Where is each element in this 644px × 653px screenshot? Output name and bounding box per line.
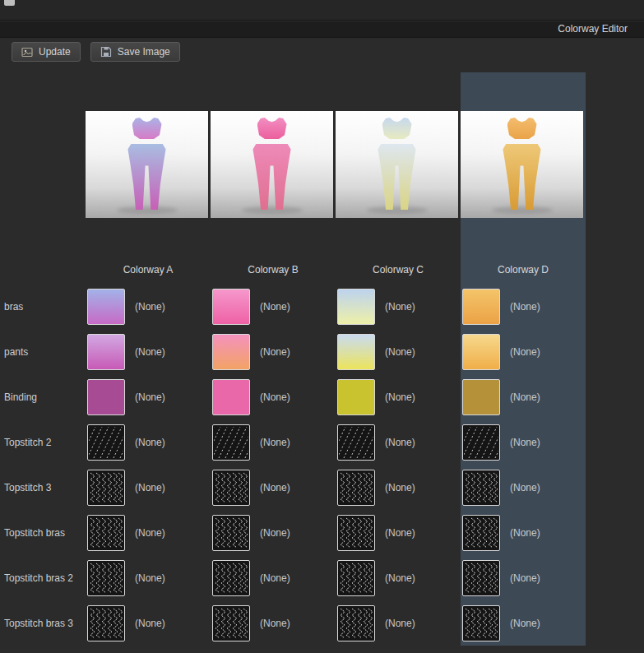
colorway-b-thumbnail[interactable]	[211, 111, 333, 218]
color-swatch[interactable]	[87, 379, 125, 415]
cell-binding-d: (None)	[461, 374, 586, 419]
stitch-swatch[interactable]	[212, 605, 250, 641]
cell-binding-c: (None)	[336, 374, 461, 419]
cell-topstitch-bras3-c: (None)	[336, 600, 461, 646]
row-label-binding: Binding	[0, 374, 86, 419]
cell-topstitch-bras-c: (None)	[336, 510, 461, 555]
colorway-d-header[interactable]: Colorway D	[461, 218, 586, 284]
colorway-c-header[interactable]: Colorway C	[336, 218, 461, 284]
bra-garment	[507, 118, 537, 139]
stitch-swatch[interactable]	[337, 424, 375, 461]
stitch-swatch[interactable]	[462, 424, 500, 461]
colorway-b-header[interactable]: Colorway B	[211, 218, 336, 284]
colorway-column-c: Colorway C (None) (None) (None) (None) (…	[336, 72, 461, 646]
texture-value: (None)	[260, 301, 290, 313]
cell-pants-d: (None)	[461, 329, 586, 374]
column-top-spacer	[86, 72, 211, 111]
texture-value: (None)	[260, 391, 290, 403]
cell-topstitch3-d: (None)	[461, 465, 586, 510]
stitch-swatch[interactable]	[462, 560, 500, 596]
row-label-pants: pants	[0, 329, 86, 374]
column-top-spacer	[211, 72, 336, 111]
texture-value: (None)	[260, 618, 290, 629]
labels-spacer	[0, 72, 86, 284]
stitch-swatch[interactable]	[337, 560, 375, 596]
colorway-column-d: Colorway D (None) (None) (None) (None) (…	[461, 72, 586, 646]
pants-garment	[253, 144, 292, 210]
cell-pants-a: (None)	[86, 329, 211, 374]
stitch-swatch[interactable]	[462, 470, 500, 506]
stitch-swatch[interactable]	[87, 424, 125, 461]
zigzag-stitch-icon	[339, 608, 373, 639]
color-swatch[interactable]	[337, 289, 375, 325]
pants-garment	[503, 144, 542, 210]
stitch-swatch[interactable]	[212, 560, 250, 596]
panel-titlebar: Colorway Editor	[0, 20, 644, 38]
stitch-swatch[interactable]	[337, 470, 375, 506]
texture-value: (None)	[385, 482, 415, 493]
texture-value: (None)	[385, 618, 415, 629]
colorway-a-thumbnail[interactable]	[86, 111, 208, 218]
diagonal-stitch-icon	[464, 427, 498, 458]
stitch-swatch[interactable]	[337, 515, 375, 551]
row-label-topstitch-bras-2: Topstitch bras 2	[0, 555, 86, 600]
color-swatch[interactable]	[462, 334, 500, 370]
color-swatch[interactable]	[87, 334, 125, 370]
color-swatch[interactable]	[212, 379, 250, 415]
save-image-button[interactable]: Save Image	[90, 42, 180, 62]
color-swatch[interactable]	[87, 289, 125, 325]
column-top-spacer	[336, 72, 461, 111]
cell-topstitch-bras2-d: (None)	[461, 555, 586, 600]
cell-binding-b: (None)	[211, 374, 336, 419]
cell-pants-b: (None)	[211, 329, 336, 374]
texture-value: (None)	[260, 527, 290, 539]
pants-garment	[127, 144, 167, 210]
texture-value: (None)	[135, 618, 165, 629]
colorway-c-thumbnail[interactable]	[336, 111, 458, 218]
garment-shadow	[242, 206, 303, 214]
stitch-swatch[interactable]	[87, 605, 125, 641]
stitch-swatch[interactable]	[212, 424, 250, 461]
zigzag-stitch-icon	[89, 517, 123, 549]
texture-value: (None)	[385, 391, 415, 403]
texture-value: (None)	[385, 437, 415, 448]
cell-topstitch2-c: (None)	[336, 419, 461, 465]
color-swatch[interactable]	[212, 334, 250, 370]
stitch-swatch[interactable]	[87, 560, 125, 596]
row-label-topstitch-2: Topstitch 2	[0, 419, 86, 465]
texture-value: (None)	[510, 346, 540, 358]
diagonal-stitch-icon	[214, 427, 248, 458]
row-label-topstitch-bras: Topstitch bras	[0, 510, 86, 555]
stitch-swatch[interactable]	[212, 515, 250, 551]
colorway-d-thumbnail[interactable]	[461, 111, 583, 218]
color-swatch[interactable]	[462, 289, 500, 325]
cell-bras-b: (None)	[211, 284, 336, 329]
zigzag-stitch-icon	[464, 472, 498, 503]
bra-garment	[132, 118, 162, 139]
stitch-swatch[interactable]	[212, 470, 250, 506]
stitch-swatch[interactable]	[87, 470, 125, 506]
color-swatch[interactable]	[337, 334, 375, 370]
color-swatch[interactable]	[462, 379, 500, 415]
texture-value: (None)	[135, 572, 165, 584]
garment-shadow	[492, 206, 553, 214]
texture-value: (None)	[260, 437, 290, 448]
texture-value: (None)	[510, 437, 540, 448]
texture-value: (None)	[135, 391, 165, 403]
stitch-swatch[interactable]	[462, 515, 500, 551]
update-button[interactable]: Update	[12, 42, 81, 62]
texture-value: (None)	[510, 482, 540, 493]
stitch-swatch[interactable]	[462, 605, 500, 641]
cell-topstitch2-d: (None)	[461, 419, 586, 465]
cell-topstitch-bras-b: (None)	[211, 510, 336, 555]
stitch-swatch[interactable]	[87, 515, 125, 551]
cell-bras-c: (None)	[336, 284, 461, 329]
zigzag-stitch-icon	[464, 608, 498, 639]
color-swatch[interactable]	[212, 289, 250, 325]
zigzag-stitch-icon	[464, 517, 498, 549]
cell-topstitch-bras2-b: (None)	[211, 555, 336, 600]
colorway-a-header[interactable]: Colorway A	[86, 218, 211, 284]
update-button-label: Update	[39, 46, 71, 58]
color-swatch[interactable]	[337, 379, 375, 415]
stitch-swatch[interactable]	[337, 605, 375, 641]
